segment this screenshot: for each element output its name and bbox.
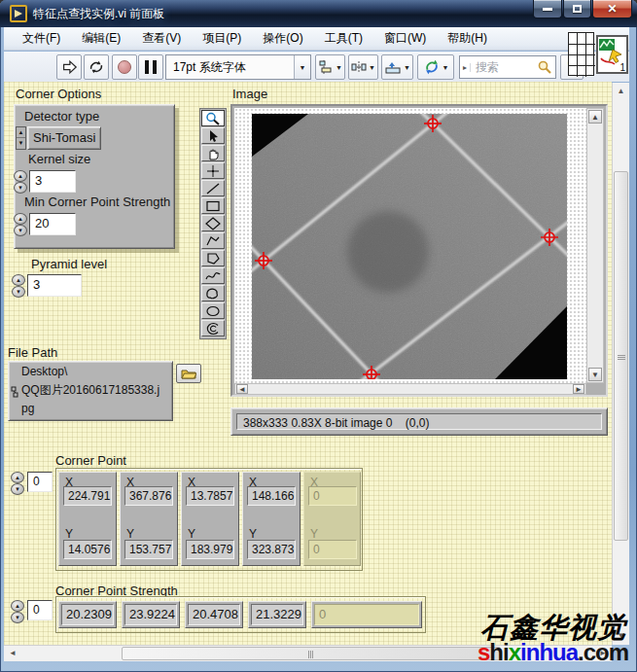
corner-options-label: Corner Options bbox=[16, 87, 101, 101]
labview-window: 特征点查找实例.vi 前面板 ✕ 文件(F) 编辑(E) 查看(V) 项目(P)… bbox=[0, 0, 637, 672]
image-hscrollbar[interactable]: ◄ ► bbox=[234, 383, 586, 395]
oval-icon bbox=[204, 304, 222, 318]
abort-icon bbox=[118, 60, 131, 74]
resize-objects-icon bbox=[384, 59, 402, 75]
menu-edit[interactable]: 编辑(E) bbox=[71, 26, 131, 51]
corner-strength-index[interactable]: 0 bbox=[27, 600, 53, 620]
camera-image[interactable] bbox=[252, 114, 567, 379]
x-value: 13.7857 bbox=[186, 486, 234, 506]
menu-help[interactable]: 帮助(H) bbox=[437, 26, 498, 51]
scroll-down-icon[interactable]: ▼ bbox=[588, 368, 602, 381]
pyramid-level-input[interactable]: 3 bbox=[27, 274, 82, 297]
scroll-up-icon[interactable]: ▲ bbox=[588, 110, 602, 124]
tool-point[interactable] bbox=[201, 162, 225, 179]
tool-diamond[interactable] bbox=[201, 215, 225, 231]
corner-point-element-1: X 367.876 Y 153.757 bbox=[120, 472, 178, 566]
search-input[interactable]: ▸ 搜索 bbox=[459, 55, 556, 79]
vi-app-icon[interactable] bbox=[10, 5, 27, 22]
close-button[interactable]: ✕ bbox=[592, 0, 632, 18]
hscroll-thumb[interactable] bbox=[122, 647, 501, 660]
scroll-left-icon[interactable]: ◄ bbox=[5, 646, 20, 661]
chevron-down-icon: ▼ bbox=[369, 64, 375, 71]
tool-line[interactable] bbox=[201, 180, 225, 196]
file-path-line3: pg bbox=[21, 400, 34, 418]
title-bar[interactable]: 特征点查找实例.vi 前面板 ✕ bbox=[0, 0, 637, 27]
strength-value: 23.9224 bbox=[124, 604, 177, 625]
kernel-size-spinner[interactable]: ▲▼ bbox=[14, 170, 28, 194]
strength-element-3: 21.3229 bbox=[248, 601, 306, 628]
zoom-icon bbox=[204, 112, 222, 125]
chevron-down-icon[interactable]: ▼ bbox=[294, 55, 310, 79]
vi-icon[interactable]: 1 bbox=[596, 35, 628, 74]
run-button[interactable] bbox=[56, 54, 82, 80]
y-value: 183.979 bbox=[186, 540, 234, 559]
strength-value: 0 bbox=[314, 604, 419, 625]
menu-file[interactable]: 文件(F) bbox=[12, 26, 71, 51]
tool-pan[interactable] bbox=[201, 145, 225, 161]
search-history-icon[interactable]: ▸ bbox=[460, 63, 471, 72]
scroll-up-icon[interactable]: ▲ bbox=[613, 84, 629, 99]
maximize-button[interactable] bbox=[563, 0, 591, 18]
browse-button[interactable] bbox=[176, 364, 201, 383]
tool-zoom[interactable] bbox=[201, 110, 225, 126]
corner-point-index[interactable]: 0 bbox=[27, 472, 53, 492]
file-path-control[interactable]: Desktop\ QQ图片20160617185338.j pg bbox=[8, 361, 173, 421]
image-display[interactable]: ▲ ▼ ◄ ► bbox=[230, 104, 608, 397]
resize-objects-button[interactable]: ▼ bbox=[381, 54, 413, 80]
image-canvas[interactable] bbox=[234, 108, 586, 383]
detector-type-enum[interactable]: Shi-Tomasi bbox=[27, 126, 101, 150]
menu-project[interactable]: 项目(P) bbox=[192, 26, 252, 51]
image-status-bar: 388x333 0.83X 8-bit image 0 (0,0) bbox=[230, 407, 608, 436]
run-continuous-button[interactable] bbox=[84, 54, 109, 80]
tool-oval[interactable] bbox=[201, 302, 225, 319]
file-path-line2: QQ图片20160617185338.j bbox=[21, 381, 159, 400]
corner-point-index-spinner[interactable]: ▲▼ bbox=[11, 472, 25, 495]
scroll-left-icon[interactable]: ◄ bbox=[236, 384, 248, 394]
distribute-objects-button[interactable]: ▼ bbox=[348, 54, 378, 80]
align-objects-button[interactable]: ▼ bbox=[315, 54, 345, 80]
image-tool-palette bbox=[199, 108, 227, 339]
abort-button[interactable] bbox=[112, 54, 137, 80]
font-selector[interactable]: 17pt 系统字体 ▼ bbox=[165, 54, 311, 80]
tool-polyline[interactable] bbox=[201, 232, 225, 249]
pause-button[interactable] bbox=[138, 54, 163, 80]
scroll-right-icon[interactable]: ► bbox=[573, 384, 584, 394]
tool-polygon[interactable] bbox=[201, 250, 225, 266]
tool-cursor[interactable] bbox=[201, 127, 225, 144]
tool-freehand-region[interactable] bbox=[201, 285, 225, 301]
y-label: Y bbox=[310, 527, 318, 541]
window-title: 特征点查找实例.vi 前面板 bbox=[33, 6, 164, 22]
pyramid-level-spinner[interactable]: ▲▼ bbox=[12, 274, 26, 298]
tool-rectangle[interactable] bbox=[201, 197, 225, 214]
tool-freehand-line[interactable] bbox=[201, 267, 225, 284]
chevron-down-icon: ▼ bbox=[336, 64, 342, 71]
y-value: 0 bbox=[308, 540, 357, 559]
polygon-icon bbox=[204, 252, 222, 265]
line-icon bbox=[204, 182, 222, 195]
strength-value: 21.3229 bbox=[251, 604, 303, 625]
tool-annulus[interactable] bbox=[201, 320, 225, 336]
menu-window[interactable]: 窗口(W) bbox=[373, 26, 437, 51]
annulus-icon bbox=[204, 322, 222, 336]
corner-strength-index-spinner[interactable]: ▲▼ bbox=[11, 600, 25, 623]
menu-operate[interactable]: 操作(O) bbox=[252, 26, 313, 51]
search-placeholder: 搜索 bbox=[471, 59, 537, 76]
menu-tools[interactable]: 工具(T) bbox=[314, 26, 373, 51]
window-vscrollbar[interactable]: ▲ ▼ bbox=[612, 83, 629, 645]
reorder-button[interactable]: ▼ bbox=[417, 54, 454, 80]
vscroll-thumb[interactable] bbox=[614, 171, 628, 541]
strength-value: 20.4708 bbox=[188, 604, 240, 625]
menu-view[interactable]: 查看(V) bbox=[131, 26, 192, 51]
maximize-icon bbox=[573, 5, 582, 13]
min-strength-spinner[interactable]: ▲▼ bbox=[14, 213, 28, 236]
min-strength-input[interactable]: 20 bbox=[29, 213, 76, 235]
detector-type-spinner[interactable]: ▲▼ bbox=[16, 126, 26, 150]
min-strength-label: Min Corner Point Strength bbox=[24, 195, 170, 209]
connector-pane-icon[interactable] bbox=[568, 32, 594, 76]
folder-icon bbox=[181, 368, 196, 379]
minimize-button[interactable] bbox=[533, 0, 562, 18]
vi-badge: 1 bbox=[619, 62, 625, 73]
image-vscrollbar[interactable]: ▲ ▼ bbox=[586, 108, 604, 383]
chevron-down-icon: ▼ bbox=[442, 64, 449, 71]
kernel-size-input[interactable]: 3 bbox=[29, 170, 76, 193]
